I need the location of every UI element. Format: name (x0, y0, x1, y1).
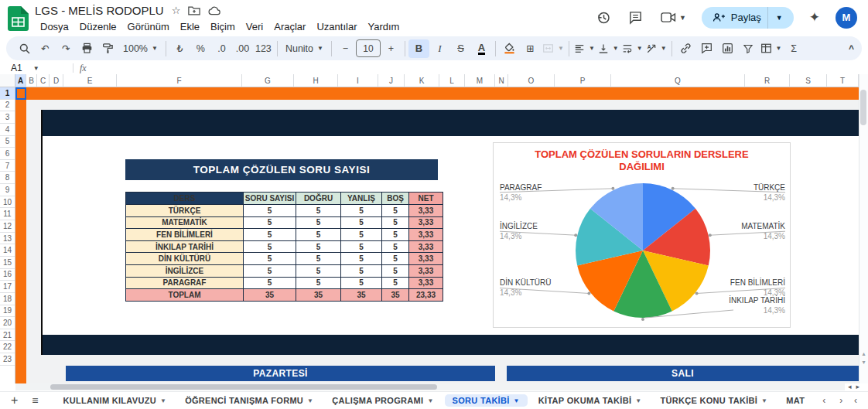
italic-button[interactable]: I (429, 39, 450, 58)
font-family-button[interactable]: Nunito▼ (281, 39, 328, 58)
table-cell[interactable]: 5 (341, 229, 382, 241)
table-cell[interactable]: FEN BİLİMLERİ (126, 229, 244, 241)
account-avatar[interactable]: M (836, 7, 857, 29)
row-header-18[interactable]: 18 (0, 293, 15, 305)
font-size-increase-button[interactable]: + (381, 39, 402, 58)
menu-araçlar[interactable]: Araçlar (268, 21, 311, 32)
column-header-Q[interactable]: Q (611, 74, 745, 87)
move-folder-icon[interactable] (188, 5, 200, 15)
row-header-1[interactable]: 1 (0, 87, 15, 100)
row-header-3[interactable]: 3 (0, 111, 15, 124)
column-header-A[interactable]: A (15, 74, 26, 87)
font-size-button[interactable]: 10 (356, 39, 381, 57)
table-header-cell[interactable]: NET (409, 193, 443, 205)
insert-chart-icon[interactable] (717, 39, 738, 58)
search-icon[interactable] (14, 39, 35, 58)
vertical-scroll-arrows[interactable]: ▴▾ (859, 349, 868, 366)
sheet-tab-öğrenci̇-tanişma-formu[interactable]: ÖĞRENCİ TANIŞMA FORMU▼ (177, 394, 321, 407)
document-title[interactable]: LGS - MELİS RODOPLU (35, 4, 164, 17)
text-wrapping-icon[interactable]: ▼ (620, 39, 644, 58)
meet-dropdown-caret[interactable]: ▼ (679, 14, 686, 22)
add-sheet-button[interactable]: + (11, 394, 18, 407)
table-header-cell[interactable]: BOŞ (382, 193, 409, 205)
menu-görünüm[interactable]: Görünüm (122, 21, 175, 32)
row-header-12[interactable]: 12 (0, 220, 15, 233)
name-box[interactable]: A1 (11, 63, 22, 73)
column-header-R[interactable]: R (745, 74, 790, 87)
table-header-cell[interactable]: DERS (126, 193, 244, 205)
row-header-6[interactable]: 6 (0, 148, 15, 160)
all-sheets-menu-icon[interactable]: ≡ (32, 394, 38, 407)
column-header-T[interactable]: T (827, 74, 859, 87)
name-box-caret[interactable]: ▼ (33, 65, 39, 72)
table-cell[interactable]: 5 (244, 264, 296, 277)
zoom-button[interactable]: 100%▼ (118, 39, 162, 58)
table-cell[interactable]: 5 (382, 205, 409, 217)
sheet-tab-kullanim-kilavuzu[interactable]: KULLANIM KILAVUZU▼ (56, 394, 175, 407)
column-header-H[interactable]: H (294, 74, 338, 87)
table-cell[interactable]: 23,33 (409, 289, 443, 302)
table-header-cell[interactable]: SORU SAYISI (244, 193, 296, 205)
table-cell[interactable]: TÜRKÇE (126, 205, 244, 217)
columnA-fill[interactable] (15, 87, 26, 383)
day-header-monday[interactable]: PAZARTESİ (66, 366, 495, 381)
column-header-D[interactable]: D (50, 74, 63, 87)
table-cell[interactable]: 5 (244, 216, 296, 229)
more-formats-button[interactable]: 123 (253, 39, 274, 58)
sheets-logo-icon[interactable] (8, 6, 29, 31)
table-cell[interactable]: 5 (244, 205, 296, 217)
column-header-F[interactable]: F (117, 74, 242, 87)
table-cell[interactable]: İNGİLİZCE (126, 264, 244, 277)
column-header-O[interactable]: O (508, 74, 555, 87)
table-cell[interactable]: 35 (341, 289, 382, 302)
text-rotation-icon[interactable]: A▼ (644, 39, 668, 58)
table-cell[interactable]: 5 (296, 253, 341, 265)
toolbar-collapse-arrow[interactable]: ^ (849, 43, 854, 54)
table-cell[interactable]: 5 (244, 277, 296, 289)
table-cell[interactable]: 3,33 (409, 277, 443, 289)
table-cell[interactable]: PARAGRAF (126, 277, 244, 289)
table-cell[interactable]: MATEMATİK (126, 216, 244, 229)
horizontal-align-icon[interactable]: ▼ (572, 39, 596, 58)
table-cell[interactable]: 3,33 (409, 253, 443, 265)
column-header-S[interactable]: S (790, 74, 827, 87)
table-cell[interactable]: 5 (296, 264, 341, 277)
create-filter-icon[interactable] (738, 39, 759, 58)
meet-camera-icon[interactable] (660, 9, 677, 26)
table-views-icon[interactable]: ▼ (759, 39, 784, 58)
currency-lira-button[interactable]: ₺ (169, 39, 190, 58)
selected-cell-a1[interactable] (15, 87, 26, 100)
text-color-button[interactable]: A (471, 39, 492, 58)
column-header-L[interactable]: L (439, 74, 465, 87)
star-icon[interactable]: ☆ (172, 5, 181, 15)
print-icon[interactable] (77, 39, 97, 58)
comments-icon[interactable] (627, 9, 644, 26)
table-header-cell[interactable]: YANLIŞ (341, 193, 382, 205)
fill-color-icon[interactable] (499, 39, 520, 58)
row-header-7[interactable]: 7 (0, 160, 15, 172)
column-header-J[interactable]: J (378, 74, 405, 87)
font-size-decrease-button[interactable]: − (335, 39, 356, 58)
menu-düzenle[interactable]: Düzenle (74, 21, 122, 32)
sheet-tab-ki̇tap-okuma-taki̇bi̇[interactable]: KİTAP OKUMA TAKİBİ▼ (531, 394, 650, 407)
row-header-9[interactable]: 9 (0, 184, 15, 196)
menu-dosya[interactable]: Dosya (35, 21, 74, 32)
section-header-band-top[interactable] (43, 110, 868, 136)
vertical-scrollbar-thumb[interactable] (860, 90, 866, 125)
table-cell[interactable]: 5 (341, 205, 382, 217)
table-cell[interactable]: 5 (382, 240, 409, 253)
select-all-corner[interactable] (0, 74, 15, 87)
functions-button[interactable]: Σ (784, 39, 805, 58)
paint-format-icon[interactable] (97, 39, 118, 58)
menu-uzantılar[interactable]: Uzantılar (311, 21, 362, 32)
sheet-tab-mat[interactable]: MAT (778, 394, 812, 407)
table-cell[interactable]: 3,33 (409, 240, 443, 253)
share-dropdown-caret[interactable]: ▼ (768, 14, 791, 22)
table-title-banner[interactable]: TOPLAM ÇÖZÜLEN SORU SAYISI (125, 159, 438, 180)
table-cell[interactable]: 5 (341, 253, 382, 265)
table-cell[interactable]: 5 (244, 240, 296, 253)
table-cell[interactable]: 5 (296, 229, 341, 241)
insert-link-icon[interactable] (675, 39, 696, 58)
column-header-P[interactable]: P (555, 74, 611, 87)
row-header-20[interactable]: 20 (0, 317, 15, 329)
